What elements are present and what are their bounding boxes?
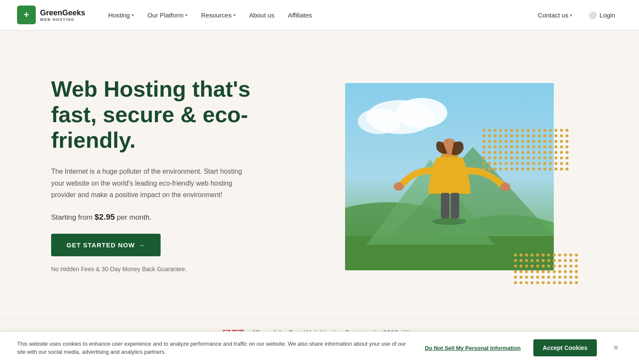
do-not-sell-button[interactable]: Do Not Sell My Personal Information (425, 345, 521, 347)
svg-point-15 (432, 218, 466, 225)
svg-point-130 (494, 168, 497, 171)
nav-right: Contact us ▾ ⚪ Login (532, 8, 622, 23)
svg-point-87 (521, 151, 524, 154)
svg-point-92 (549, 151, 552, 154)
svg-point-55 (521, 140, 524, 143)
svg-point-182 (525, 270, 528, 273)
svg-point-49 (488, 140, 491, 143)
svg-point-95 (566, 151, 569, 154)
svg-point-206 (525, 281, 528, 284)
svg-point-3 (358, 109, 400, 134)
svg-point-196 (536, 276, 539, 279)
get-started-button[interactable]: GET STARTED NOW → (51, 234, 161, 256)
svg-point-138 (538, 168, 541, 171)
svg-point-24 (527, 129, 530, 132)
svg-point-166 (570, 259, 573, 262)
svg-point-187 (553, 270, 556, 273)
svg-point-154 (570, 254, 573, 257)
svg-point-207 (531, 281, 534, 284)
svg-point-109 (555, 157, 558, 160)
close-cookie-button[interactable]: × (610, 341, 622, 347)
svg-point-77 (555, 146, 558, 149)
svg-point-135 (521, 168, 524, 171)
svg-point-53 (510, 140, 513, 143)
svg-point-151 (553, 254, 556, 257)
svg-point-201 (564, 276, 567, 279)
svg-point-57 (532, 140, 535, 143)
svg-point-181 (520, 270, 523, 273)
svg-point-193 (520, 276, 523, 279)
svg-point-118 (516, 162, 519, 165)
svg-point-84 (505, 151, 508, 154)
svg-point-48 (483, 140, 486, 143)
svg-point-169 (520, 265, 523, 268)
logo-icon: + (17, 6, 36, 24)
svg-point-168 (514, 265, 517, 268)
svg-point-51 (499, 140, 502, 143)
svg-point-54 (516, 140, 519, 143)
chevron-down-icon: ▾ (185, 13, 187, 17)
svg-point-184 (536, 270, 539, 273)
svg-point-162 (547, 259, 550, 262)
svg-point-210 (547, 281, 550, 284)
svg-point-161 (542, 259, 545, 262)
svg-point-12 (500, 183, 510, 191)
nav-contact[interactable]: Contact us ▾ (532, 8, 579, 22)
svg-point-176 (558, 265, 561, 268)
svg-point-143 (566, 168, 569, 171)
svg-point-152 (558, 254, 561, 257)
svg-point-116 (505, 162, 508, 165)
svg-point-142 (560, 168, 563, 171)
svg-point-108 (549, 157, 552, 160)
svg-point-123 (544, 162, 547, 165)
hero-right: // drawn inline below /* generated below… (298, 68, 588, 281)
svg-point-115 (499, 162, 502, 165)
svg-point-61 (555, 140, 558, 143)
nav-affiliates[interactable]: Affiliates (282, 8, 318, 22)
login-button[interactable]: ⚪ Login (581, 8, 622, 23)
svg-point-156 (514, 259, 517, 262)
svg-point-104 (527, 157, 530, 160)
arrow-right-icon: → (138, 241, 145, 249)
svg-point-209 (542, 281, 545, 284)
svg-point-170 (525, 265, 528, 268)
nav-resources[interactable]: Resources ▾ (195, 8, 242, 22)
svg-point-114 (494, 162, 497, 165)
svg-point-199 (553, 276, 556, 279)
svg-point-197 (542, 276, 545, 279)
svg-point-144 (514, 254, 517, 257)
svg-point-157 (520, 259, 523, 262)
svg-point-47 (566, 135, 569, 138)
accept-cookies-button[interactable]: Accept Cookies (533, 339, 597, 347)
svg-point-36 (505, 135, 508, 138)
svg-point-27 (544, 129, 547, 132)
svg-point-103 (521, 157, 524, 160)
svg-point-19 (499, 129, 502, 132)
svg-point-105 (532, 157, 535, 160)
svg-point-38 (516, 135, 519, 138)
svg-point-96 (483, 157, 486, 160)
svg-point-78 (560, 146, 563, 149)
svg-point-110 (560, 157, 563, 160)
svg-point-59 (544, 140, 547, 143)
svg-point-86 (516, 151, 519, 154)
svg-point-26 (538, 129, 541, 132)
nav-hosting[interactable]: Hosting ▾ (102, 8, 140, 22)
svg-point-70 (516, 146, 519, 149)
svg-point-163 (553, 259, 556, 262)
hero-price: Starting from $2.95 per month. (51, 212, 298, 222)
svg-point-167 (575, 259, 578, 262)
svg-point-98 (494, 157, 497, 160)
svg-point-18 (494, 129, 497, 132)
logo[interactable]: + GreenGeeks WEB HOSTING (17, 6, 85, 24)
svg-point-131 (499, 168, 502, 171)
svg-point-52 (505, 140, 508, 143)
svg-point-101 (510, 157, 513, 160)
svg-point-17 (488, 129, 491, 132)
svg-point-107 (544, 157, 547, 160)
nav-our-platform[interactable]: Our Platform ▾ (141, 8, 193, 22)
nav-about-us[interactable]: About us (243, 8, 280, 22)
svg-point-73 (532, 146, 535, 149)
logo-name: GreenGeeks (40, 9, 85, 17)
svg-rect-13 (441, 193, 449, 218)
